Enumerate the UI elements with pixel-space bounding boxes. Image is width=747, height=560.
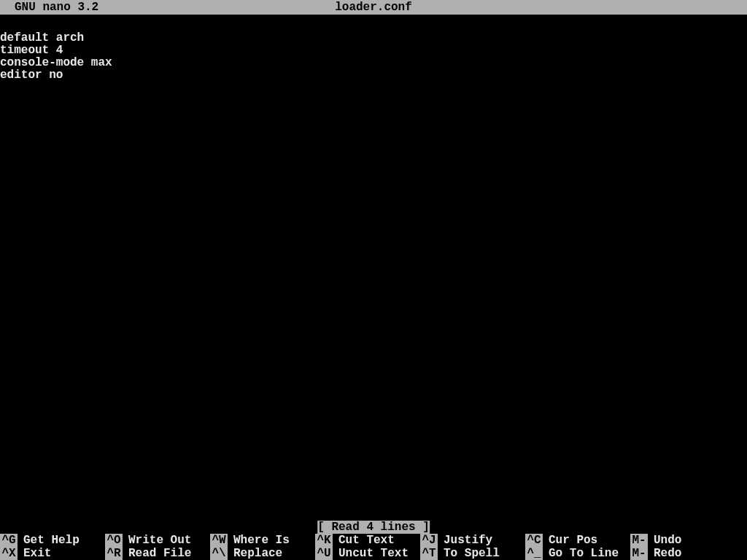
- shortcut-uncut-text[interactable]: ^U Uncut Text: [315, 547, 420, 560]
- filename: loader.conf: [335, 0, 412, 15]
- shortcut-bar: ^G Get Help ^O Write Out ^W Where Is ^K …: [0, 534, 747, 560]
- shortcut-cut-text[interactable]: ^K Cut Text: [315, 534, 420, 547]
- shortcut-key: ^J: [420, 534, 438, 547]
- shortcut-label: Replace: [228, 547, 282, 560]
- shortcut-label: Get Help: [18, 534, 80, 547]
- shortcut-label: Justify: [438, 534, 492, 547]
- shortcut-key: M-U: [630, 534, 648, 547]
- shortcut-label: Exit: [18, 547, 51, 560]
- shortcut-key: ^G: [0, 534, 18, 547]
- shortcut-key: ^X: [0, 547, 18, 560]
- shortcut-key: ^U: [315, 547, 333, 560]
- shortcut-replace[interactable]: ^\ Replace: [210, 547, 315, 560]
- editor-line: default arch: [0, 31, 84, 44]
- shortcut-to-spell[interactable]: ^T To Spell: [420, 547, 525, 560]
- shortcut-label: Go To Line: [543, 547, 619, 560]
- shortcut-go-to-line[interactable]: ^_ Go To Line: [525, 547, 630, 560]
- shortcut-label: Uncut Text: [333, 547, 409, 560]
- shortcut-label: Where Is: [228, 534, 290, 547]
- shortcut-write-out[interactable]: ^O Write Out: [105, 534, 210, 547]
- editor-line: editor no: [0, 69, 63, 82]
- shortcut-cur-pos[interactable]: ^C Cur Pos: [525, 534, 630, 547]
- shortcut-key: ^O: [105, 534, 123, 547]
- app-name: GNU nano 3.2: [15, 0, 98, 15]
- shortcut-key: M-E: [630, 547, 648, 560]
- shortcut-key: ^_: [525, 547, 543, 560]
- editor-area[interactable]: default arch timeout 4 console-mode max …: [0, 32, 747, 82]
- shortcut-key: ^W: [210, 534, 228, 547]
- shortcut-key: ^K: [315, 534, 333, 547]
- shortcut-label: Undo: [648, 534, 681, 547]
- shortcut-row-2: ^X Exit ^R Read File ^\ Replace ^U Uncut…: [0, 547, 747, 560]
- shortcut-key: ^C: [525, 534, 543, 547]
- shortcut-key: ^\: [210, 547, 228, 560]
- shortcut-read-file[interactable]: ^R Read File: [105, 547, 210, 560]
- shortcut-label: Cur Pos: [543, 534, 597, 547]
- shortcut-where-is[interactable]: ^W Where Is: [210, 534, 315, 547]
- shortcut-key: ^R: [105, 547, 123, 560]
- shortcut-get-help[interactable]: ^G Get Help: [0, 534, 105, 547]
- shortcut-label: Cut Text: [333, 534, 395, 547]
- shortcut-row-1: ^G Get Help ^O Write Out ^W Where Is ^K …: [0, 534, 747, 547]
- shortcut-label: Redo: [648, 547, 681, 560]
- shortcut-label: Read File: [123, 547, 191, 560]
- editor-line: timeout 4: [0, 44, 63, 57]
- shortcut-justify[interactable]: ^J Justify: [420, 534, 525, 547]
- shortcut-exit[interactable]: ^X Exit: [0, 547, 105, 560]
- status-message: [ Read 4 lines ]: [317, 521, 430, 534]
- titlebar: GNU nano 3.2 loader.conf: [0, 0, 747, 15]
- shortcut-key: ^T: [420, 547, 438, 560]
- shortcut-undo[interactable]: M-U Undo: [630, 534, 735, 547]
- shortcut-redo[interactable]: M-E Redo: [630, 547, 735, 560]
- shortcut-label: To Spell: [438, 547, 500, 560]
- editor-line: console-mode max: [0, 56, 112, 69]
- shortcut-label: Write Out: [123, 534, 191, 547]
